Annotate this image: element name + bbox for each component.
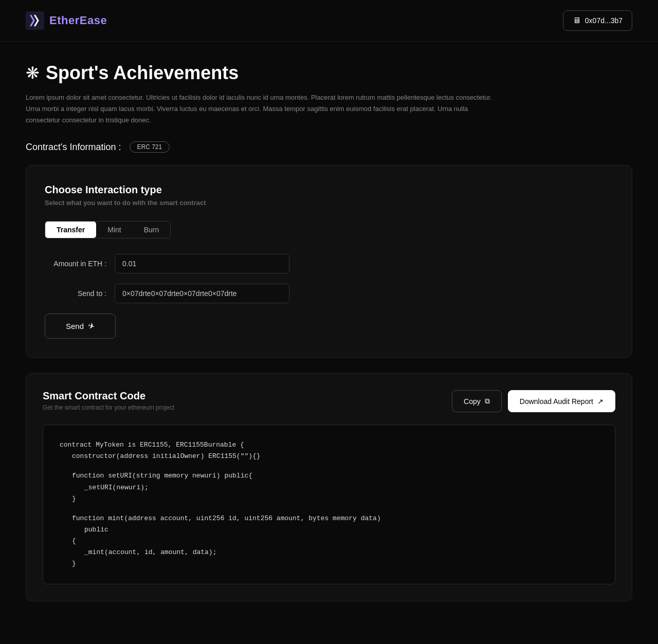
tab-mint[interactable]: Mint <box>96 222 132 238</box>
amount-label: Amount in ETH : <box>45 260 106 268</box>
code-line-5: } <box>72 493 598 505</box>
code-line-8: { <box>72 536 598 547</box>
erc-badge: ERC 721 <box>130 141 170 153</box>
code-line-4: _setURI(newuri); <box>84 482 598 493</box>
code-section-3: function mint(address account, uint256 i… <box>60 513 598 569</box>
send-button-label: Send <box>66 322 84 330</box>
send-to-row: Send to : <box>45 284 613 303</box>
amount-input[interactable] <box>115 254 289 273</box>
copy-icon: ⧉ <box>485 397 490 406</box>
code-line-9: _mint(account, id, amount, data); <box>84 547 598 558</box>
code-line-10: } <box>72 558 598 569</box>
code-line-1: contract MyToken is ERC1155, ERC1155Burn… <box>60 439 598 451</box>
interaction-title: Choose Interaction type <box>45 184 613 196</box>
send-to-label: Send to : <box>45 289 106 298</box>
logo-icon <box>26 11 44 30</box>
wallet-icon: 🖥 <box>573 16 581 25</box>
page-title-row: ❋ Sport's Achievements <box>26 62 632 84</box>
copy-button-label: Copy <box>464 397 481 406</box>
tab-transfer[interactable]: Transfer <box>45 222 96 238</box>
contract-info-label: Contract's Information : <box>26 142 121 153</box>
interaction-subtitle: Select what you want to do with the smar… <box>45 199 613 207</box>
code-section-1: contract MyToken is ERC1155, ERC1155Burn… <box>60 439 598 462</box>
code-block: contract MyToken is ERC1155, ERC1155Burn… <box>43 425 615 584</box>
code-section-2: function setURI(string memory newuri) pu… <box>60 470 598 504</box>
svg-rect-0 <box>26 11 44 30</box>
amount-row: Amount in ETH : <box>45 254 613 273</box>
contract-code-card: Smart Contract Code Get the smart contra… <box>26 373 632 601</box>
interaction-card: Choose Interaction type Select what you … <box>26 165 632 358</box>
title-icon: ❋ <box>26 63 40 83</box>
contract-card-title-area: Smart Contract Code Get the smart contra… <box>43 390 174 411</box>
logo-text: EtherEase <box>49 14 107 27</box>
download-icon: ↗ <box>597 397 604 406</box>
code-line-2: constructor(address initialOwner) ERC115… <box>72 451 598 462</box>
page-description: Lorem ipsum dolor sit amet consectetur. … <box>26 92 499 126</box>
code-line-7: public <box>84 524 598 536</box>
interaction-tabs: Transfer Mint Burn <box>45 221 171 238</box>
tab-burn[interactable]: Burn <box>133 222 171 238</box>
wallet-button[interactable]: 🖥 0x07d...3b7 <box>563 10 632 31</box>
send-icon: ✈ <box>87 321 96 332</box>
contract-info-header: Contract's Information : ERC 721 <box>26 141 632 153</box>
main-content: ❋ Sport's Achievements Lorem ipsum dolor… <box>0 42 658 622</box>
contract-card-title: Smart Contract Code <box>43 390 174 402</box>
code-line-6: function mint(address account, uint256 i… <box>72 513 598 524</box>
wallet-address: 0x07d...3b7 <box>585 16 623 25</box>
contract-card-actions: Copy ⧉ Download Audit Report ↗ <box>452 390 615 412</box>
send-to-input[interactable] <box>115 284 289 303</box>
header: EtherEase 🖥 0x07d...3b7 <box>0 0 658 42</box>
download-audit-button[interactable]: Download Audit Report ↗ <box>508 390 615 412</box>
page-title: Sport's Achievements <box>46 62 239 84</box>
send-button[interactable]: Send ✈ <box>45 314 116 339</box>
copy-button[interactable]: Copy ⧉ <box>452 390 502 412</box>
contract-card-subtitle: Get the smart contract for your ethereum… <box>43 404 174 411</box>
contract-card-header: Smart Contract Code Get the smart contra… <box>43 390 615 412</box>
logo-area: EtherEase <box>26 11 107 30</box>
download-button-label: Download Audit Report <box>520 397 593 406</box>
code-line-3: function setURI(string memory newuri) pu… <box>72 470 598 482</box>
